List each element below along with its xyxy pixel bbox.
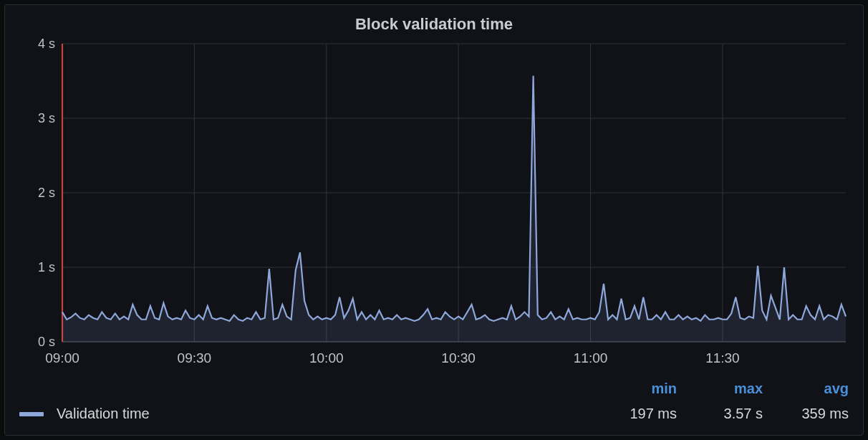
legend-swatch — [19, 412, 44, 416]
legend-header-row: min max avg — [19, 381, 849, 397]
chart-body[interactable]: 0 s1 s2 s3 s4 s09:0009:3010:0010:3011:00… — [19, 44, 849, 368]
y-tick: 4 s — [19, 37, 55, 52]
x-tick: 11:00 — [574, 350, 608, 366]
chart-svg[interactable] — [62, 44, 846, 342]
y-tick: 3 s — [19, 111, 55, 126]
legend-max-value: 3.57 s — [677, 406, 763, 422]
legend-col-min: min — [591, 381, 677, 397]
y-tick: 2 s — [19, 186, 55, 201]
y-tick: 0 s — [19, 335, 55, 350]
x-tick: 11:30 — [705, 350, 740, 366]
plot-area[interactable]: 0 s1 s2 s3 s4 s09:0009:3010:0010:3011:00… — [62, 44, 846, 342]
legend-avg-value: 359 ms — [763, 406, 849, 422]
legend-series-row[interactable]: Validation time 197 ms 3.57 s 359 ms — [19, 406, 849, 422]
legend-series-label: Validation time — [57, 406, 150, 422]
x-tick: 09:30 — [178, 350, 212, 366]
chart-panel: Block validation time 0 s1 s2 s3 s4 s09:… — [4, 4, 864, 436]
legend-col-max: max — [677, 381, 763, 397]
chart-title: Block validation time — [19, 11, 849, 44]
legend-col-avg: avg — [763, 381, 849, 397]
legend-footer: min max avg Validation time 197 ms 3.57 … — [19, 368, 849, 422]
x-tick: 09:00 — [45, 350, 79, 366]
x-tick: 10:00 — [309, 350, 344, 366]
y-tick: 1 s — [19, 260, 55, 275]
x-tick: 10:30 — [441, 350, 476, 366]
legend-min-value: 197 ms — [591, 406, 677, 422]
